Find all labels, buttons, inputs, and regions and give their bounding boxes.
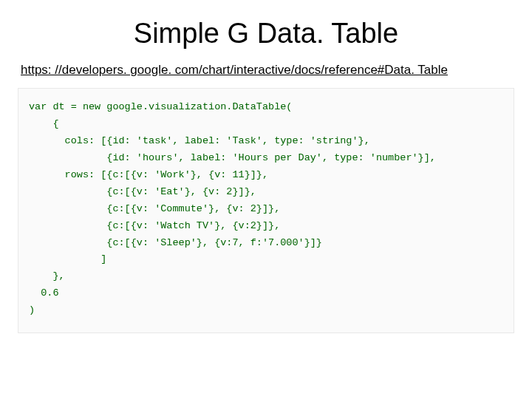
slide-title: Simple G Data. Table — [18, 18, 514, 50]
reference-link[interactable]: https: //developers. google. com/chart/i… — [21, 63, 448, 78]
code-block: var dt = new google.visualization.DataTa… — [18, 88, 514, 333]
slide: Simple G Data. Table https: //developers… — [0, 0, 532, 399]
